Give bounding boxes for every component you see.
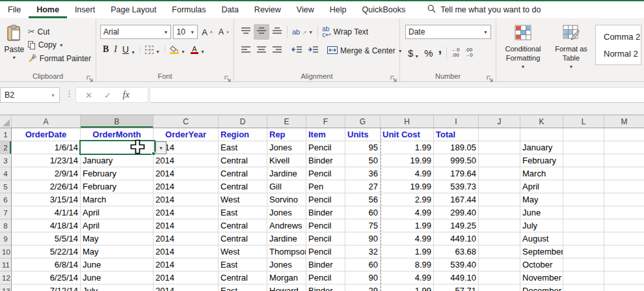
cell-G11[interactable]: 60 (345, 258, 381, 271)
cell-A9[interactable]: 5/5/14 (12, 232, 81, 245)
cell-H1[interactable]: Unit Cost (381, 128, 434, 141)
column-header-C[interactable]: C (154, 115, 219, 128)
cell-G1[interactable]: Units (345, 128, 381, 141)
cell-L12[interactable] (563, 271, 604, 284)
select-all-button[interactable] (0, 115, 12, 128)
cell-M3[interactable] (604, 154, 644, 167)
cell-I12[interactable]: 449.10 (434, 271, 479, 284)
italic-button[interactable]: I (111, 44, 120, 55)
cell-K13[interactable]: December (520, 284, 563, 291)
column-header-B[interactable]: B (81, 115, 154, 128)
cell-K7[interactable]: June (520, 206, 563, 219)
cell-L4[interactable] (563, 167, 604, 180)
cell-F7[interactable]: Binder (306, 206, 345, 219)
cell-K11[interactable]: October (520, 258, 563, 271)
cell-H6[interactable]: 2.99 (381, 193, 434, 206)
cell-A7[interactable]: 4/1/14 (12, 206, 81, 219)
cell-H5[interactable]: 19.99 (381, 180, 434, 193)
decrease-indent-button[interactable] (289, 43, 305, 59)
cell-H4[interactable]: 4.99 (381, 167, 434, 180)
align-left-button[interactable] (238, 43, 254, 59)
row-header-13[interactable]: 13 (0, 284, 12, 291)
cell-I2[interactable]: 189.05 (434, 141, 479, 154)
row-header-2[interactable]: 2 (0, 141, 12, 154)
cut-button[interactable]: ✂ Cut (26, 26, 93, 37)
column-header-G[interactable]: G (345, 115, 381, 128)
cell-D7[interactable]: East (219, 206, 267, 219)
confirm-entry-icon[interactable]: ✓ (104, 90, 111, 100)
row-header-5[interactable]: 5 (0, 180, 12, 193)
cell-M5[interactable] (604, 180, 644, 193)
paste-button[interactable]: Paste ▼ (3, 22, 26, 71)
cell-F12[interactable]: Pencil (306, 271, 345, 284)
format-painter-button[interactable]: Format Painter (26, 53, 93, 64)
cell-K9[interactable]: August (520, 232, 563, 245)
cell-D2[interactable]: East (219, 141, 267, 154)
cell-E12[interactable]: Morgan (267, 271, 306, 284)
copy-dropdown-arrow[interactable]: ▼ (59, 43, 64, 48)
cell-H8[interactable]: 1.99 (381, 219, 434, 232)
cell-I11[interactable]: 539.40 (434, 258, 479, 271)
cell-H9[interactable]: 4.99 (381, 232, 434, 245)
tab-view[interactable]: View (289, 1, 322, 18)
clipboard-dialog-launcher-icon[interactable] (87, 73, 93, 79)
row-header-11[interactable]: 11 (0, 258, 12, 271)
cell-E8[interactable]: Andrews (267, 219, 306, 232)
tell-me-search[interactable]: Tell me what you want to do (427, 1, 541, 18)
cell-J9[interactable] (479, 232, 520, 245)
cell-K6[interactable]: May (520, 193, 563, 206)
row-header-3[interactable]: 3 (0, 154, 12, 167)
cell-I6[interactable]: 167.44 (434, 193, 479, 206)
cell-I3[interactable]: 999.50 (434, 154, 479, 167)
wrap-text-button[interactable]: abc↩ Wrap Text (320, 25, 370, 38)
cell-I1[interactable]: Total (434, 128, 479, 141)
row-header-8[interactable]: 8 (0, 219, 12, 232)
cell-F9[interactable]: Pencil (306, 232, 345, 245)
column-header-M[interactable]: M (604, 115, 644, 128)
tab-data[interactable]: Data (213, 1, 246, 18)
paste-dropdown-arrow[interactable]: ▼ (12, 55, 16, 60)
cell-E6[interactable]: Sorvino (267, 193, 306, 206)
conditional-formatting-button[interactable]: Conditional Formatting ▼ (499, 23, 547, 71)
cell-K1[interactable] (520, 128, 563, 141)
cell-H11[interactable]: 8.99 (381, 258, 434, 271)
cell-D5[interactable]: Central (219, 180, 267, 193)
cell-C13[interactable]: 2014 (154, 284, 219, 291)
center-button[interactable] (254, 43, 269, 59)
formula-input[interactable] (151, 87, 644, 103)
cell-E9[interactable]: Jardine (267, 232, 306, 245)
cell-A4[interactable]: 2/9/14 (12, 167, 81, 180)
cell-B10[interactable]: May (81, 245, 154, 258)
cell-G9[interactable]: 90 (345, 232, 381, 245)
cell-L2[interactable] (563, 141, 604, 154)
cell-L3[interactable] (563, 154, 604, 167)
cell-K8[interactable]: July (520, 219, 563, 232)
cell-J8[interactable] (479, 219, 520, 232)
cell-C6[interactable]: 2014 (154, 193, 219, 206)
cell-F4[interactable]: Pencil (306, 167, 345, 180)
cell-M7[interactable] (604, 206, 644, 219)
accounting-format-button[interactable]: $▼ (405, 48, 422, 59)
decrease-font-size-button[interactable]: A˅ (217, 27, 231, 37)
cell-L6[interactable] (563, 193, 604, 206)
name-box-dropdown-arrow[interactable]: ▼ (51, 93, 55, 98)
cell-M1[interactable] (604, 128, 644, 141)
row-header-6[interactable]: 6 (0, 193, 12, 206)
cell-J13[interactable] (479, 284, 520, 291)
cell-M11[interactable] (604, 258, 644, 271)
merge-center-button[interactable]: Merge & Center ▼ (325, 46, 405, 57)
cell-H3[interactable]: 19.99 (381, 154, 434, 167)
column-header-D[interactable]: D (219, 115, 267, 128)
name-box[interactable]: B2 ▼ (0, 87, 60, 103)
cell-E4[interactable]: Jardine (267, 167, 306, 180)
increase-indent-button[interactable] (305, 43, 321, 59)
font-size-combobox[interactable]: 10 ▼ (173, 25, 198, 39)
cell-K3[interactable]: February (520, 154, 563, 167)
number-dialog-launcher-icon[interactable] (487, 73, 493, 79)
cell-L8[interactable] (563, 219, 604, 232)
cell-G7[interactable]: 60 (345, 206, 381, 219)
cell-B9[interactable]: May (81, 232, 154, 245)
cell-E7[interactable]: Jones (267, 206, 306, 219)
orientation-button[interactable]: ab→ ▼ (289, 26, 315, 38)
tab-review[interactable]: Review (247, 1, 289, 18)
